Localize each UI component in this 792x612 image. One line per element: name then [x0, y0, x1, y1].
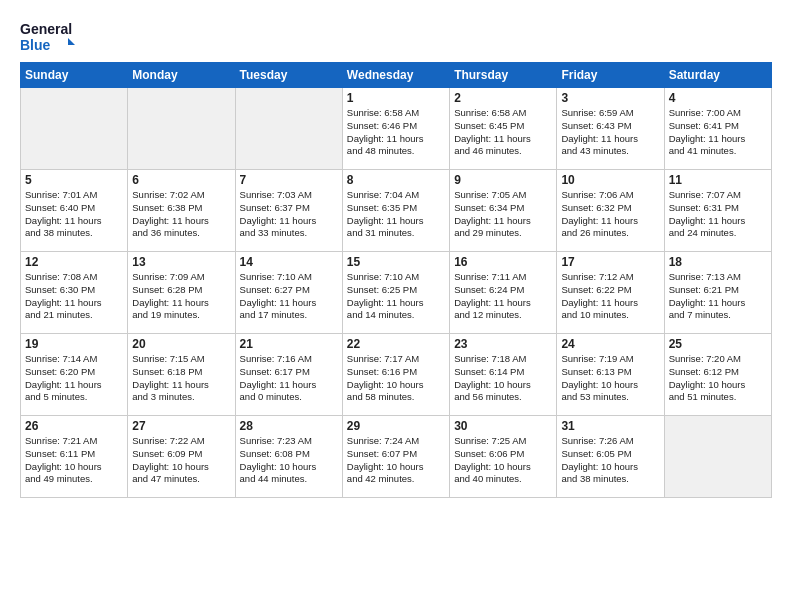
calendar-week-0: 1Sunrise: 6:58 AM Sunset: 6:46 PM Daylig… — [21, 88, 772, 170]
calendar-cell: 1Sunrise: 6:58 AM Sunset: 6:46 PM Daylig… — [342, 88, 449, 170]
calendar-cell: 21Sunrise: 7:16 AM Sunset: 6:17 PM Dayli… — [235, 334, 342, 416]
day-info: Sunrise: 7:02 AM Sunset: 6:38 PM Dayligh… — [132, 189, 230, 240]
day-number: 3 — [561, 91, 659, 105]
day-info: Sunrise: 7:10 AM Sunset: 6:25 PM Dayligh… — [347, 271, 445, 322]
calendar-cell — [664, 416, 771, 498]
day-number: 9 — [454, 173, 552, 187]
calendar-cell: 10Sunrise: 7:06 AM Sunset: 6:32 PM Dayli… — [557, 170, 664, 252]
day-number: 25 — [669, 337, 767, 351]
day-number: 31 — [561, 419, 659, 433]
calendar-cell: 15Sunrise: 7:10 AM Sunset: 6:25 PM Dayli… — [342, 252, 449, 334]
svg-text:General: General — [20, 21, 72, 37]
day-info: Sunrise: 7:19 AM Sunset: 6:13 PM Dayligh… — [561, 353, 659, 404]
day-info: Sunrise: 7:21 AM Sunset: 6:11 PM Dayligh… — [25, 435, 123, 486]
day-number: 8 — [347, 173, 445, 187]
calendar-week-1: 5Sunrise: 7:01 AM Sunset: 6:40 PM Daylig… — [21, 170, 772, 252]
day-info: Sunrise: 7:06 AM Sunset: 6:32 PM Dayligh… — [561, 189, 659, 240]
calendar-cell: 13Sunrise: 7:09 AM Sunset: 6:28 PM Dayli… — [128, 252, 235, 334]
calendar-cell: 14Sunrise: 7:10 AM Sunset: 6:27 PM Dayli… — [235, 252, 342, 334]
day-number: 5 — [25, 173, 123, 187]
calendar-cell: 17Sunrise: 7:12 AM Sunset: 6:22 PM Dayli… — [557, 252, 664, 334]
weekday-header-saturday: Saturday — [664, 63, 771, 88]
calendar-cell — [128, 88, 235, 170]
page-header: General Blue — [20, 16, 772, 56]
calendar-cell: 23Sunrise: 7:18 AM Sunset: 6:14 PM Dayli… — [450, 334, 557, 416]
day-info: Sunrise: 7:23 AM Sunset: 6:08 PM Dayligh… — [240, 435, 338, 486]
day-number: 21 — [240, 337, 338, 351]
calendar-cell: 2Sunrise: 6:58 AM Sunset: 6:45 PM Daylig… — [450, 88, 557, 170]
day-info: Sunrise: 7:26 AM Sunset: 6:05 PM Dayligh… — [561, 435, 659, 486]
day-info: Sunrise: 7:14 AM Sunset: 6:20 PM Dayligh… — [25, 353, 123, 404]
day-info: Sunrise: 7:15 AM Sunset: 6:18 PM Dayligh… — [132, 353, 230, 404]
weekday-header-monday: Monday — [128, 63, 235, 88]
day-number: 2 — [454, 91, 552, 105]
calendar-cell: 24Sunrise: 7:19 AM Sunset: 6:13 PM Dayli… — [557, 334, 664, 416]
calendar-table: SundayMondayTuesdayWednesdayThursdayFrid… — [20, 62, 772, 498]
calendar-cell: 30Sunrise: 7:25 AM Sunset: 6:06 PM Dayli… — [450, 416, 557, 498]
day-number: 11 — [669, 173, 767, 187]
calendar-cell: 18Sunrise: 7:13 AM Sunset: 6:21 PM Dayli… — [664, 252, 771, 334]
day-info: Sunrise: 7:01 AM Sunset: 6:40 PM Dayligh… — [25, 189, 123, 240]
day-info: Sunrise: 7:08 AM Sunset: 6:30 PM Dayligh… — [25, 271, 123, 322]
calendar-cell: 22Sunrise: 7:17 AM Sunset: 6:16 PM Dayli… — [342, 334, 449, 416]
svg-marker-2 — [68, 38, 75, 45]
calendar-cell: 4Sunrise: 7:00 AM Sunset: 6:41 PM Daylig… — [664, 88, 771, 170]
day-number: 18 — [669, 255, 767, 269]
calendar-cell: 25Sunrise: 7:20 AM Sunset: 6:12 PM Dayli… — [664, 334, 771, 416]
calendar-week-4: 26Sunrise: 7:21 AM Sunset: 6:11 PM Dayli… — [21, 416, 772, 498]
svg-text:Blue: Blue — [20, 37, 51, 53]
day-number: 6 — [132, 173, 230, 187]
calendar-cell: 5Sunrise: 7:01 AM Sunset: 6:40 PM Daylig… — [21, 170, 128, 252]
calendar-cell: 12Sunrise: 7:08 AM Sunset: 6:30 PM Dayli… — [21, 252, 128, 334]
weekday-header-thursday: Thursday — [450, 63, 557, 88]
day-info: Sunrise: 7:11 AM Sunset: 6:24 PM Dayligh… — [454, 271, 552, 322]
calendar-cell: 28Sunrise: 7:23 AM Sunset: 6:08 PM Dayli… — [235, 416, 342, 498]
day-info: Sunrise: 7:05 AM Sunset: 6:34 PM Dayligh… — [454, 189, 552, 240]
calendar-cell: 27Sunrise: 7:22 AM Sunset: 6:09 PM Dayli… — [128, 416, 235, 498]
calendar-cell: 20Sunrise: 7:15 AM Sunset: 6:18 PM Dayli… — [128, 334, 235, 416]
day-number: 7 — [240, 173, 338, 187]
day-number: 17 — [561, 255, 659, 269]
day-info: Sunrise: 7:04 AM Sunset: 6:35 PM Dayligh… — [347, 189, 445, 240]
day-info: Sunrise: 7:12 AM Sunset: 6:22 PM Dayligh… — [561, 271, 659, 322]
day-number: 19 — [25, 337, 123, 351]
day-number: 10 — [561, 173, 659, 187]
day-info: Sunrise: 7:00 AM Sunset: 6:41 PM Dayligh… — [669, 107, 767, 158]
weekday-header-tuesday: Tuesday — [235, 63, 342, 88]
calendar-cell: 8Sunrise: 7:04 AM Sunset: 6:35 PM Daylig… — [342, 170, 449, 252]
calendar-header-row: SundayMondayTuesdayWednesdayThursdayFrid… — [21, 63, 772, 88]
calendar-cell: 6Sunrise: 7:02 AM Sunset: 6:38 PM Daylig… — [128, 170, 235, 252]
day-info: Sunrise: 7:22 AM Sunset: 6:09 PM Dayligh… — [132, 435, 230, 486]
day-info: Sunrise: 6:58 AM Sunset: 6:45 PM Dayligh… — [454, 107, 552, 158]
day-number: 27 — [132, 419, 230, 433]
calendar-cell — [21, 88, 128, 170]
calendar-cell: 26Sunrise: 7:21 AM Sunset: 6:11 PM Dayli… — [21, 416, 128, 498]
day-info: Sunrise: 7:25 AM Sunset: 6:06 PM Dayligh… — [454, 435, 552, 486]
logo-svg: General Blue — [20, 16, 75, 56]
day-number: 16 — [454, 255, 552, 269]
day-info: Sunrise: 7:18 AM Sunset: 6:14 PM Dayligh… — [454, 353, 552, 404]
calendar-cell: 11Sunrise: 7:07 AM Sunset: 6:31 PM Dayli… — [664, 170, 771, 252]
day-info: Sunrise: 7:10 AM Sunset: 6:27 PM Dayligh… — [240, 271, 338, 322]
day-info: Sunrise: 7:03 AM Sunset: 6:37 PM Dayligh… — [240, 189, 338, 240]
weekday-header-sunday: Sunday — [21, 63, 128, 88]
weekday-header-friday: Friday — [557, 63, 664, 88]
calendar-week-2: 12Sunrise: 7:08 AM Sunset: 6:30 PM Dayli… — [21, 252, 772, 334]
calendar-cell: 29Sunrise: 7:24 AM Sunset: 6:07 PM Dayli… — [342, 416, 449, 498]
day-number: 24 — [561, 337, 659, 351]
day-number: 1 — [347, 91, 445, 105]
day-number: 14 — [240, 255, 338, 269]
day-number: 12 — [25, 255, 123, 269]
day-info: Sunrise: 7:13 AM Sunset: 6:21 PM Dayligh… — [669, 271, 767, 322]
day-info: Sunrise: 7:20 AM Sunset: 6:12 PM Dayligh… — [669, 353, 767, 404]
day-number: 23 — [454, 337, 552, 351]
calendar-cell: 16Sunrise: 7:11 AM Sunset: 6:24 PM Dayli… — [450, 252, 557, 334]
logo: General Blue — [20, 16, 75, 56]
day-info: Sunrise: 6:58 AM Sunset: 6:46 PM Dayligh… — [347, 107, 445, 158]
day-info: Sunrise: 7:16 AM Sunset: 6:17 PM Dayligh… — [240, 353, 338, 404]
calendar-cell: 7Sunrise: 7:03 AM Sunset: 6:37 PM Daylig… — [235, 170, 342, 252]
day-number: 4 — [669, 91, 767, 105]
day-number: 20 — [132, 337, 230, 351]
day-number: 15 — [347, 255, 445, 269]
day-info: Sunrise: 7:09 AM Sunset: 6:28 PM Dayligh… — [132, 271, 230, 322]
